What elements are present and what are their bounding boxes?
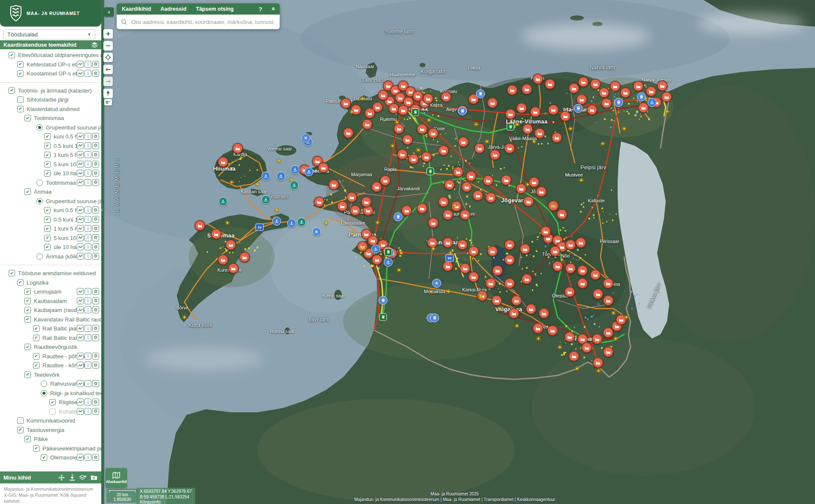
industrial-area-marker[interactable] <box>557 209 567 220</box>
industrial-area-marker[interactable] <box>443 261 453 272</box>
solar-plant-marker[interactable]: ☀ <box>621 126 627 132</box>
checkbox-checked[interactable]: ✔ <box>44 216 51 223</box>
industrial-area-marker[interactable] <box>362 119 373 130</box>
industrial-area-marker[interactable] <box>593 357 604 368</box>
layer-tree-row[interactable]: ✔1 kuni 5 ha...i⚙ <box>0 150 101 160</box>
checkbox-checked[interactable]: ✔ <box>44 225 51 232</box>
solar-plant-marker[interactable]: ☀ <box>477 293 483 300</box>
industrial-area-marker[interactable] <box>569 83 580 94</box>
layer-tree-row[interactable]: ✔Päike <box>0 435 101 444</box>
industrial-area-marker[interactable] <box>371 182 382 192</box>
industrial-area-marker[interactable] <box>487 98 498 108</box>
checkbox-unchecked[interactable] <box>17 96 24 103</box>
layer-chart-icon[interactable] <box>77 334 84 341</box>
cargo-port-marker[interactable]: ⚓ <box>272 217 281 226</box>
industrial-area-marker[interactable] <box>444 180 455 190</box>
layer-settings-gear-icon[interactable]: ⚙ <box>92 408 99 415</box>
industrial-area-marker[interactable] <box>486 278 496 289</box>
freight-station-marker[interactable] <box>476 90 485 99</box>
layer-tree-row[interactable]: ✔5 kuni 10 h...i⚙ <box>0 160 101 169</box>
industrial-area-marker[interactable] <box>487 246 498 257</box>
layer-info-icon[interactable]: i <box>85 362 91 369</box>
layer-tree-row[interactable]: ✔Raudtee - kõrvalt...i⚙ <box>0 361 101 370</box>
add-layer-icon[interactable] <box>79 474 87 481</box>
layer-tree-row[interactable]: ✔Ettevõtlusalad üldplaneeringutes (ÜP) <box>0 51 101 60</box>
freight-station-marker[interactable] <box>394 213 403 222</box>
industrial-area-marker[interactable] <box>577 94 587 105</box>
industrial-area-marker[interactable] <box>533 323 543 334</box>
layer-label[interactable]: Rail Baltic trass <box>42 335 81 341</box>
layer-info-icon[interactable]: i <box>85 133 91 140</box>
layer-tree-row[interactable]: ✔kuni 0.5 ha...i⚙ <box>0 206 101 215</box>
history-forward-button[interactable]: → <box>103 77 113 86</box>
harbor-marker[interactable]: ⚓ <box>290 181 299 190</box>
industrial-area-marker[interactable] <box>576 237 586 248</box>
industrial-area-marker[interactable] <box>492 295 502 306</box>
industrial-area-marker[interactable] <box>601 98 612 109</box>
solar-plant-marker[interactable]: ☀ <box>567 126 574 132</box>
industrial-area-marker[interactable] <box>501 175 512 186</box>
layer-label[interactable]: Koostamisel ÜP-s ettev... <box>27 70 77 77</box>
layer-settings-gear-icon[interactable]: ⚙ <box>92 362 99 369</box>
layer-chart-icon[interactable] <box>77 306 84 313</box>
layer-tree-row[interactable]: ✔Logistika <box>0 278 101 288</box>
solar-plant-marker[interactable]: ☀ <box>664 108 670 115</box>
cargo-port-marker[interactable]: ⚓ <box>287 219 296 228</box>
layer-settings-gear-icon[interactable]: ⚙ <box>92 454 99 461</box>
solar-plant-marker[interactable]: ☀ <box>514 323 520 330</box>
layer-tree-row[interactable]: ✔1 kuni 5 ha...i⚙ <box>0 224 101 234</box>
freight-station-marker[interactable] <box>379 296 388 305</box>
solar-plant-marker[interactable]: ☀ <box>274 207 280 214</box>
rail-baltic-station-marker[interactable] <box>426 168 434 175</box>
industrial-area-marker[interactable] <box>441 92 452 102</box>
layer-settings-gear-icon[interactable]: ⚙ <box>92 334 99 341</box>
cargo-port-marker[interactable]: ⚓ <box>384 258 393 267</box>
locate-button[interactable] <box>103 53 113 62</box>
solar-plant-marker[interactable]: ☀ <box>389 143 395 150</box>
solar-plant-marker[interactable]: ☀ <box>623 314 629 321</box>
solar-plant-marker[interactable]: ☀ <box>359 246 365 252</box>
solar-plant-marker[interactable]: ☀ <box>349 231 355 237</box>
checkbox-checked[interactable]: ✔ <box>44 207 51 213</box>
layer-info-icon[interactable]: i <box>85 408 91 415</box>
layer-info-icon[interactable]: i <box>85 353 91 360</box>
airport-marker[interactable]: ✈ <box>312 228 321 237</box>
industrial-area-marker[interactable] <box>511 295 522 306</box>
industrial-area-marker[interactable] <box>577 265 588 276</box>
layer-tree-row[interactable]: ✔Päikeseelektrijaamad punkt... <box>0 444 101 453</box>
industrial-area-marker[interactable] <box>408 154 419 165</box>
checkbox-checked[interactable]: ✔ <box>41 454 47 461</box>
layer-chart-icon[interactable] <box>77 70 84 77</box>
solar-plant-marker[interactable]: ☀ <box>323 220 329 227</box>
solar-plant-marker[interactable]: ☀ <box>349 109 355 116</box>
industrial-area-marker[interactable] <box>565 240 576 250</box>
tab-tapsem-otsing[interactable]: Täpsem otsing <box>196 6 234 12</box>
industrial-area-marker[interactable] <box>523 196 534 207</box>
layer-settings-gear-icon[interactable]: ⚙ <box>92 380 99 387</box>
layer-label[interactable]: Tööstuse arendamise eeldused <box>18 270 96 276</box>
industrial-area-marker[interactable] <box>587 105 598 115</box>
radio-unselected[interactable] <box>36 180 43 186</box>
layer-chart-icon[interactable] <box>77 297 84 304</box>
layer-chart-icon[interactable] <box>77 170 84 177</box>
freight-station-marker[interactable] <box>614 98 623 107</box>
layer-settings-gear-icon[interactable]: ⚙ <box>92 207 99 213</box>
layer-label[interactable]: Kaubasadam <box>34 298 67 304</box>
checkbox-checked[interactable]: ✔ <box>33 362 39 369</box>
checkbox-checked[interactable]: ✔ <box>9 87 15 94</box>
industrial-area-marker[interactable] <box>397 149 408 160</box>
checkbox-checked[interactable]: ✔ <box>17 70 24 77</box>
industrial-area-marker[interactable] <box>474 143 485 154</box>
layer-chart-icon[interactable] <box>77 179 84 186</box>
radio-unselected[interactable] <box>36 253 43 260</box>
collapse-search-icon[interactable]: » <box>270 8 277 11</box>
checkbox-checked[interactable]: ✔ <box>33 445 39 452</box>
industrial-area-marker[interactable] <box>593 289 604 300</box>
industrial-area-marker[interactable] <box>565 263 576 274</box>
solar-plant-marker[interactable]: ☀ <box>497 306 503 312</box>
checkbox-checked[interactable]: ✔ <box>24 372 31 378</box>
industrial-area-marker[interactable] <box>552 132 562 143</box>
layer-chart-icon[interactable] <box>77 61 84 68</box>
industrial-area-marker[interactable] <box>661 92 672 102</box>
layer-info-icon[interactable]: i <box>85 170 91 177</box>
